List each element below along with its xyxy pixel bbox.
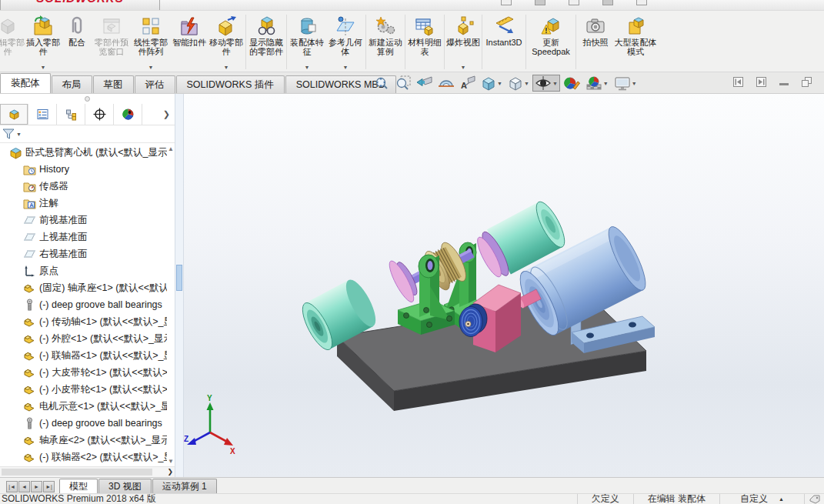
splitter-grip[interactable]: [176, 265, 182, 291]
view-orientation-button[interactable]: ▼: [479, 75, 505, 92]
apply-scene-button[interactable]: ▼: [583, 75, 611, 92]
scrollbar-thumb[interactable]: [2, 469, 152, 476]
dropdown-arrow-icon[interactable]: ▼: [632, 81, 637, 86]
ribbon-separator: [365, 15, 366, 69]
tab-evaluate[interactable]: 评估: [135, 75, 175, 93]
bill-of-materials-button[interactable]: 材料明细表: [406, 12, 443, 72]
dropdown-arrow-icon[interactable]: ▼: [524, 81, 529, 86]
tab-sketch[interactable]: 草图: [93, 75, 134, 93]
tree-vertical-scrollbar[interactable]: ▲ ▼: [167, 144, 175, 466]
update-speedpak-button[interactable]: 更新 Speedpak: [527, 12, 575, 72]
tab-assembly[interactable]: 装配体: [0, 73, 51, 93]
tree-item-component[interactable]: (-) 小皮带轮<1> (默认<<默认>_: [0, 381, 167, 398]
minimize-icon[interactable]: [779, 83, 789, 85]
mate-button[interactable]: 配合: [62, 12, 92, 72]
tree-item-component[interactable]: (-) 外腔<1> (默认<<默认>_显示: [0, 330, 167, 347]
assembly-features-button[interactable]: 装配体特征 ▼: [288, 12, 326, 72]
collapse-right-icon[interactable]: [756, 77, 766, 87]
zoom-to-fit-button[interactable]: [371, 75, 392, 92]
tree-item-right-plane[interactable]: 右视基准面: [0, 245, 167, 262]
tree-item-component[interactable]: (固定) 轴承座<1> (默认<<默认>: [0, 279, 167, 296]
annotation-visibility-button[interactable]: A: [457, 75, 478, 92]
new-motion-study-button[interactable]: 新建运动算例: [367, 12, 404, 72]
next-tab-icon[interactable]: ►: [31, 481, 42, 492]
scroll-down-icon[interactable]: ▼: [168, 458, 174, 465]
tree-item-front-plane[interactable]: 前视基准面: [0, 212, 167, 229]
panel-tabs-overflow-arrow[interactable]: ❯: [142, 104, 175, 125]
tree-item-component[interactable]: (-) deep groove ball bearings: [0, 415, 167, 432]
panel-splitter[interactable]: [175, 94, 184, 477]
tree-item-component[interactable]: (-) 大皮带轮<1> (默认<<默认>_: [0, 364, 167, 381]
tab-3d-views[interactable]: 3D 视图: [98, 479, 152, 493]
reference-geometry-button[interactable]: 参考几何体 ▼: [326, 12, 365, 72]
exploded-view-button[interactable]: 爆炸视图 ▼: [445, 12, 481, 72]
tab-layout[interactable]: 布局: [52, 75, 92, 93]
mate-icon: [66, 14, 88, 38]
restore-icon[interactable]: [802, 77, 812, 87]
dropdown-arrow-icon[interactable]: ▼: [497, 81, 502, 86]
move-component-button[interactable]: 移动零部件 ▼: [208, 12, 245, 72]
tree-item-component[interactable]: 轴承座<2> (默认<<默认>_显示状: [0, 432, 167, 449]
quick-access-icon[interactable]: [602, 0, 613, 5]
tree-item-annotations[interactable]: A 注解: [0, 195, 167, 212]
tab-displaymanager[interactable]: [114, 104, 142, 125]
heads-up-view-toolbar: A ▼ ▼ ▼ ▼ ▼: [371, 75, 639, 92]
tree-item-component[interactable]: (-) 联轴器<1> (默认<<默认>_显: [0, 347, 167, 364]
filter-dropdown-icon[interactable]: ▼: [16, 132, 22, 137]
last-tab-icon[interactable]: ►|: [43, 481, 55, 492]
tab-configurationmanager[interactable]: [57, 104, 85, 125]
view-settings-button[interactable]: ▼: [612, 75, 639, 92]
quick-access-icon[interactable]: [501, 0, 512, 5]
scroll-up-icon[interactable]: ▲: [168, 145, 174, 152]
take-snapshot-button[interactable]: 拍快照: [577, 12, 614, 72]
status-customize[interactable]: 自定义▲: [719, 494, 804, 504]
tree-item-history[interactable]: History: [0, 161, 167, 178]
previous-view-button[interactable]: [414, 75, 435, 92]
display-style-button[interactable]: ▼: [505, 75, 532, 92]
tree-item-component[interactable]: (-) deep groove ball bearings: [0, 296, 167, 313]
tree-item-component[interactable]: 电机示意<1> (默认<<默认>_显示: [0, 398, 167, 415]
tree-root-assembly[interactable]: 卧式悬臂离心机 (默认<默认_显示状态: [0, 144, 167, 161]
dropdown-arrow-icon[interactable]: ▼: [224, 65, 229, 72]
linear-component-pattern-button[interactable]: 线性零部件阵列 ▼: [131, 12, 171, 72]
section-view-button[interactable]: [435, 75, 456, 92]
first-tab-icon[interactable]: |◄: [6, 481, 18, 492]
tree-item-component[interactable]: (-) 传动轴<1> (默认<<默认>_显: [0, 313, 167, 330]
tree-item-component[interactable]: (-) 联轴器<2> (默认<<默认>_显: [0, 449, 167, 466]
panel-collapse-handle[interactable]: [0, 94, 175, 104]
show-hidden-components-button[interactable]: 显示隐藏的零部件: [247, 12, 285, 72]
tab-solidworks-addins[interactable]: SOLIDWORKS 插件: [176, 75, 285, 93]
tab-propertymanager[interactable]: [28, 104, 57, 125]
tab-motion-study-1[interactable]: 运动算例 1: [152, 479, 217, 493]
dropdown-arrow-icon[interactable]: ▼: [343, 65, 349, 72]
status-tag-icon[interactable]: [804, 494, 824, 504]
edit-appearance-button[interactable]: [561, 75, 582, 92]
quick-access-icon[interactable]: [636, 0, 647, 5]
zoom-to-area-button[interactable]: [392, 75, 413, 92]
tab-dimxpertmanager[interactable]: [85, 104, 114, 125]
dropdown-arrow-icon[interactable]: ▼: [305, 65, 310, 72]
dropdown-arrow-icon[interactable]: ▼: [41, 65, 46, 72]
quick-access-icon[interactable]: [569, 0, 579, 5]
insert-component-button[interactable]: 插入零部件 ▼: [25, 12, 62, 72]
tab-model[interactable]: 模型: [59, 479, 98, 493]
tree-filter[interactable]: ▼: [0, 125, 175, 143]
dropdown-arrow-icon[interactable]: ▼: [552, 81, 558, 86]
dropdown-arrow-icon[interactable]: ▼: [461, 65, 466, 72]
instant3d-button[interactable]: Instant3D: [483, 12, 525, 72]
collapse-left-icon[interactable]: [733, 77, 743, 87]
tab-featuremanager-design-tree[interactable]: [0, 104, 28, 125]
tree-item-top-plane[interactable]: 上视基准面: [0, 229, 167, 245]
large-assembly-mode-button[interactable]: 大型装配体模式: [614, 12, 657, 72]
tree-item-origin[interactable]: 原点: [0, 262, 167, 279]
scroll-right-icon[interactable]: ❯: [167, 468, 173, 476]
tree-item-sensors[interactable]: 传感器: [0, 178, 167, 195]
smart-fasteners-button[interactable]: 智能扣件: [171, 12, 208, 72]
hide-show-items-button[interactable]: ▼: [532, 75, 560, 92]
dropdown-arrow-icon[interactable]: ▼: [603, 81, 609, 86]
quick-access-icon[interactable]: [535, 0, 545, 5]
tree-horizontal-scrollbar[interactable]: ❯: [0, 466, 175, 477]
previous-tab-icon[interactable]: ◄: [18, 481, 30, 492]
graphics-viewport[interactable]: Y Z X: [184, 94, 824, 477]
dropdown-arrow-icon[interactable]: ▼: [148, 65, 154, 72]
